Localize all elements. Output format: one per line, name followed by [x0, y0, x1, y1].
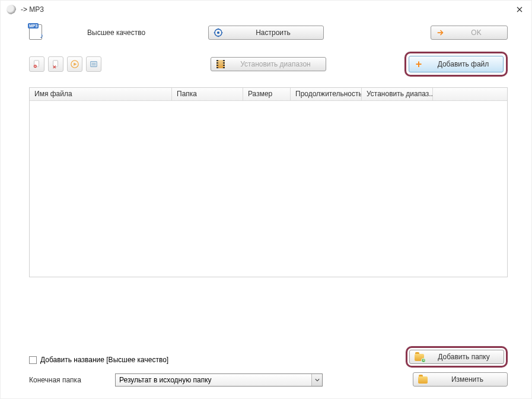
- add-file-label: Добавить файл: [428, 60, 498, 68]
- remove-file-button[interactable]: [29, 56, 44, 72]
- dest-folder-label: Конечная папка: [29, 376, 115, 384]
- change-label: Изменить: [432, 375, 502, 384]
- top-row: MP3 ♪ Высшее качество Настроить OK: [1, 18, 531, 41]
- svg-point-1: [217, 31, 219, 34]
- col-size[interactable]: Размер: [243, 88, 291, 100]
- second-row: Установить диапазон + Добавить файл: [1, 41, 531, 83]
- ok-button: OK: [431, 26, 508, 40]
- configure-label: Настроить: [228, 28, 318, 37]
- film-icon: [216, 59, 225, 69]
- set-range-button: Установить диапазон: [211, 57, 326, 71]
- col-duration[interactable]: Продолжительность: [291, 88, 362, 100]
- folder-add-icon: [415, 352, 424, 362]
- play-button[interactable]: [67, 56, 82, 72]
- quality-label: Высшее качество: [87, 28, 145, 37]
- close-button[interactable]: [514, 4, 525, 15]
- add-title-checkbox[interactable]: [29, 356, 37, 364]
- col-range[interactable]: Установить диапаз...: [362, 88, 433, 100]
- mp3-format-icon: MP3 ♪: [29, 24, 46, 41]
- clear-list-button[interactable]: [48, 56, 63, 72]
- change-button[interactable]: Изменить: [413, 372, 508, 387]
- add-file-button[interactable]: + Добавить файл: [409, 56, 504, 72]
- table-header: Имя файла Папка Размер Продолжительность…: [30, 88, 507, 101]
- app-icon: [7, 5, 16, 14]
- set-range-label: Установить диапазон: [230, 60, 321, 68]
- highlight-add-folder: Добавить папку: [406, 346, 508, 368]
- titlebar: -> MP3: [1, 1, 531, 18]
- plus-icon: +: [414, 59, 423, 69]
- col-folder[interactable]: Папка: [172, 88, 243, 100]
- add-title-label: Добавить название [Высшее качество]: [40, 356, 168, 364]
- bottom-panel: Добавить название [Высшее качество] Коне…: [29, 356, 508, 387]
- chevron-down-icon: [311, 374, 322, 386]
- ok-label: OK: [450, 28, 502, 37]
- dest-folder-dropdown[interactable]: Результат в исходную папку: [115, 373, 323, 387]
- add-folder-label: Добавить папку: [429, 353, 499, 361]
- add-folder-button[interactable]: Добавить папку: [409, 350, 504, 364]
- arrow-right-icon: [436, 28, 445, 37]
- highlight-add-file: + Добавить файл: [404, 52, 508, 77]
- list-view-button[interactable]: [86, 56, 101, 72]
- dest-folder-value: Результат в исходную папку: [119, 376, 318, 384]
- gear-icon: [214, 28, 223, 37]
- folder-icon: [418, 375, 428, 384]
- file-table: Имя файла Папка Размер Продолжительность…: [29, 87, 508, 277]
- window-title: -> MP3: [21, 5, 514, 14]
- svg-rect-8: [34, 66, 36, 66]
- col-filename[interactable]: Имя файла: [30, 88, 172, 100]
- configure-button[interactable]: Настроить: [208, 26, 324, 40]
- col-spacer: [433, 88, 507, 100]
